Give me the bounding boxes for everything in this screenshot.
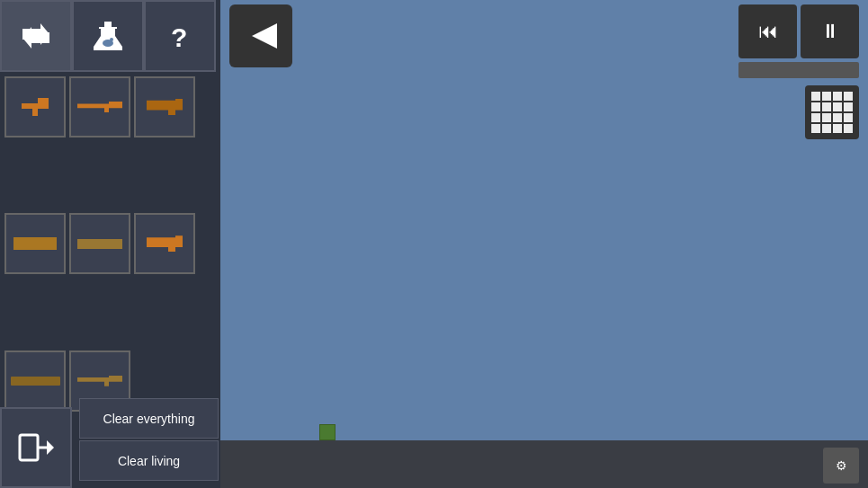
pause-icon: ⏸ bbox=[820, 20, 840, 43]
weapon-cell-rifle[interactable] bbox=[69, 76, 130, 138]
rewind-icon: ⏮ bbox=[758, 20, 778, 43]
top-right-controls: ⏮ ⏸ bbox=[738, 4, 859, 78]
svg-point-5 bbox=[110, 38, 113, 41]
context-menu: Clear everything Clear living bbox=[0, 398, 220, 488]
shotgun-icon bbox=[77, 239, 122, 249]
smg-icon bbox=[147, 99, 183, 115]
potion-button[interactable] bbox=[72, 0, 144, 72]
help-button[interactable]: ? bbox=[144, 0, 216, 72]
rifle2-icon bbox=[77, 376, 122, 386]
pause-button[interactable]: ⏸ bbox=[801, 4, 859, 58]
rifle-icon bbox=[77, 102, 122, 112]
character-sprite bbox=[319, 424, 336, 440]
grid-icon bbox=[811, 92, 853, 133]
settings-icon: ⚙ bbox=[836, 458, 847, 473]
swap-button[interactable] bbox=[0, 0, 72, 72]
pistol-icon bbox=[22, 98, 49, 116]
clear-everything-button[interactable]: Clear everything bbox=[79, 398, 219, 439]
back-arrow-icon bbox=[241, 16, 281, 56]
help-icon: ? bbox=[164, 20, 196, 52]
ground bbox=[220, 440, 868, 488]
clear-living-button[interactable]: Clear living bbox=[79, 440, 219, 481]
progress-bar-container[interactable] bbox=[738, 62, 859, 78]
playback-controls: ⏮ ⏸ bbox=[738, 4, 859, 58]
back-button[interactable] bbox=[229, 4, 292, 67]
svg-marker-10 bbox=[252, 23, 277, 49]
svg-text:?: ? bbox=[171, 22, 187, 52]
mg-icon bbox=[13, 237, 57, 250]
svg-marker-3 bbox=[94, 27, 122, 50]
potion-icon bbox=[92, 20, 124, 52]
swap-icon bbox=[18, 18, 54, 54]
weapon-cell-smg2[interactable] bbox=[134, 213, 195, 274]
smg2-icon bbox=[147, 235, 183, 252]
rewind-button[interactable]: ⏮ bbox=[738, 4, 797, 58]
weapon-cell-pistol[interactable] bbox=[4, 76, 66, 138]
weapon-cell-shotgun[interactable] bbox=[69, 213, 130, 274]
weapon-cell-mg[interactable] bbox=[4, 213, 66, 274]
toolbar: ? bbox=[0, 0, 220, 72]
settings-button[interactable]: ⚙ bbox=[823, 448, 859, 484]
grid-toggle-button[interactable] bbox=[805, 85, 859, 139]
sniper-icon bbox=[11, 377, 60, 386]
weapon-cell-smg[interactable] bbox=[134, 76, 195, 138]
